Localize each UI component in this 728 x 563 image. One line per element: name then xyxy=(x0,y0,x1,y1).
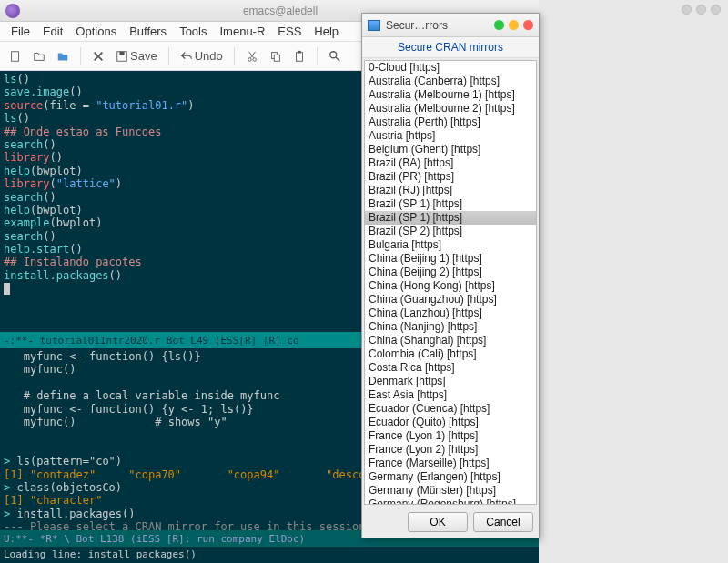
folder-icon[interactable] xyxy=(53,46,73,66)
menu-help[interactable]: Help xyxy=(308,23,344,40)
copy-icon[interactable] xyxy=(266,46,286,66)
mirror-item[interactable]: Bulgaria [https] xyxy=(365,238,536,252)
mirror-item[interactable]: China (Lanzhou) [https] xyxy=(365,307,536,320)
menu-ess[interactable]: ESS xyxy=(272,23,307,40)
mirror-item[interactable]: Austria [https] xyxy=(365,129,536,143)
dialog-title-text: Secur…rrors xyxy=(386,19,494,32)
search-icon[interactable] xyxy=(325,46,345,66)
mirror-item[interactable]: Belgium (Ghent) [https] xyxy=(365,143,536,156)
mirror-item[interactable]: Germany (Münster) [https] xyxy=(365,484,536,498)
mirror-item[interactable]: Australia (Melbourne 2) [https] xyxy=(365,102,536,116)
paste-icon[interactable] xyxy=(289,46,309,66)
mirror-item[interactable]: Australia (Canberra) [https] xyxy=(365,75,536,88)
svg-point-4 xyxy=(253,57,257,61)
mirror-item[interactable]: Ecuador (Quito) [https] xyxy=(365,416,536,429)
mirror-item[interactable]: China (Nanjing) [https] xyxy=(365,320,536,334)
dialog-titlebar: Secur…rrors xyxy=(362,14,539,37)
mirror-item[interactable]: Denmark [https] xyxy=(365,375,536,388)
cancel-button[interactable]: Cancel xyxy=(473,512,533,532)
desktop-window-controls xyxy=(682,5,721,15)
mirror-listbox[interactable]: 0-Cloud [https]Australia (Canberra) [htt… xyxy=(364,60,537,505)
menu-tools[interactable]: Tools xyxy=(174,23,212,40)
mirror-item[interactable]: France (Lyon 1) [https] xyxy=(365,429,536,443)
traffic-lights[interactable] xyxy=(494,20,533,30)
svg-rect-7 xyxy=(296,52,302,61)
emacs-icon xyxy=(5,4,20,18)
ok-button[interactable]: OK xyxy=(408,512,468,532)
menu-buffers[interactable]: Buffers xyxy=(124,23,172,40)
mirror-item[interactable]: Costa Rica [https] xyxy=(365,361,536,375)
svg-rect-0 xyxy=(12,51,19,61)
mirror-item[interactable]: China (Beijing 2) [https] xyxy=(365,266,536,279)
mirror-item[interactable]: Colombia (Cali) [https] xyxy=(365,347,536,361)
mirror-item[interactable]: Brazil (PR) [https] xyxy=(365,170,536,184)
mirror-item[interactable]: Brazil (SP 1) [https] xyxy=(365,211,536,225)
mirror-item[interactable]: East Asia [https] xyxy=(365,388,536,402)
svg-rect-8 xyxy=(298,50,301,53)
dialog-icon xyxy=(368,20,380,31)
mirror-item[interactable]: Germany (Regensburg) [https] xyxy=(365,498,536,505)
menu-file[interactable]: File xyxy=(5,23,35,40)
undo-button[interactable]: Undo xyxy=(177,49,227,63)
mirror-item[interactable]: 0-Cloud [https] xyxy=(365,61,536,75)
menu-edit[interactable]: Edit xyxy=(37,23,68,40)
open-file-icon[interactable] xyxy=(29,46,49,66)
cran-mirror-dialog: Secur…rrors Secure CRAN mirrors 0-Cloud … xyxy=(361,13,540,538)
mirror-item[interactable]: Brazil (RJ) [https] xyxy=(365,184,536,197)
menu-imenu-r[interactable]: Imenu-R xyxy=(214,23,270,40)
mirror-item[interactable]: Australia (Perth) [https] xyxy=(365,116,536,129)
svg-point-3 xyxy=(248,57,251,61)
dialog-buttons: OK Cancel xyxy=(362,507,539,538)
mirror-item[interactable]: Brazil (SP 2) [https] xyxy=(365,225,536,238)
mirror-item[interactable]: China (Guangzhou) [https] xyxy=(365,293,536,307)
mirror-item[interactable]: France (Marseille) [https] xyxy=(365,457,536,470)
close-icon[interactable] xyxy=(88,46,108,66)
svg-point-9 xyxy=(329,51,336,57)
svg-rect-6 xyxy=(274,55,279,61)
mirror-item[interactable]: Ecuador (Cuenca) [https] xyxy=(365,402,536,416)
svg-rect-2 xyxy=(119,51,124,55)
menu-options[interactable]: Options xyxy=(70,23,122,40)
mirror-item[interactable]: China (Shanghai) [https] xyxy=(365,334,536,347)
mirror-item[interactable]: Brazil (BA) [https] xyxy=(365,156,536,170)
minibuffer[interactable]: Loading line: install packages() xyxy=(0,547,539,563)
cut-icon[interactable] xyxy=(242,46,262,66)
mirror-item[interactable]: China (Beijing 1) [https] xyxy=(365,252,536,266)
dialog-header: Secure CRAN mirrors xyxy=(362,37,539,58)
mirror-item[interactable]: China (Hong Kong) [https] xyxy=(365,279,536,293)
save-button[interactable]: Save xyxy=(112,49,161,63)
new-file-icon[interactable] xyxy=(5,46,25,66)
mirror-item[interactable]: Australia (Melbourne 1) [https] xyxy=(365,88,536,102)
mirror-item[interactable]: Germany (Erlangen) [https] xyxy=(365,470,536,484)
mirror-item[interactable]: Brazil (SP 1) [https] xyxy=(365,197,536,211)
mirror-item[interactable]: France (Lyon 2) [https] xyxy=(365,443,536,457)
